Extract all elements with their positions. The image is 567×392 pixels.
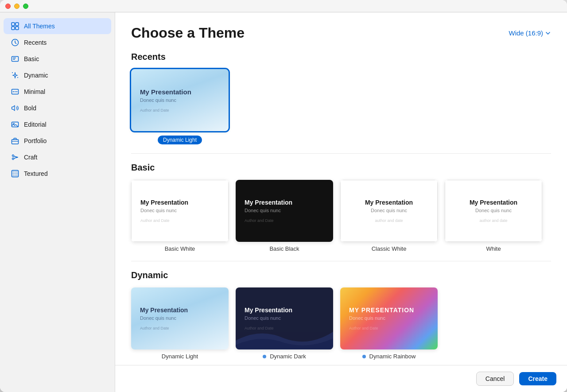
svg-rect-7	[13, 59, 15, 60]
texture-icon	[11, 169, 19, 178]
sparkle-icon	[11, 71, 19, 80]
slide-author: Author and Date	[245, 326, 324, 330]
theme-label: White	[486, 245, 501, 252]
slide-author: Author and Date	[140, 218, 219, 223]
theme-item-dynamic-dark[interactable]: My Presentation Donec quis nunc Author a…	[236, 287, 333, 360]
grid-icon	[11, 22, 19, 31]
sidebar-item-craft[interactable]: Craft	[4, 149, 111, 165]
svg-rect-6	[13, 58, 16, 58]
svg-point-12	[15, 91, 16, 92]
slide-title: My Presentation	[140, 307, 220, 314]
fullscreen-button[interactable]	[23, 4, 28, 9]
svg-rect-2	[12, 27, 15, 30]
slide-subtitle: Donec quis nunc	[475, 208, 512, 213]
svg-rect-5	[12, 57, 19, 62]
theme-label: Basic Black	[269, 245, 299, 252]
theme-label: Dynamic Dark	[263, 353, 306, 360]
sidebar-item-basic[interactable]: Basic	[4, 51, 111, 67]
dot-indicator	[362, 355, 366, 358]
slide-author: Author and Date	[140, 326, 220, 330]
clock-icon	[11, 38, 19, 47]
svg-point-8	[12, 72, 13, 73]
theme-item-dynamic-rainbow[interactable]: MY PRESENTATION Donec quis nunc Author a…	[340, 287, 438, 360]
theme-item-white[interactable]: My Presentation Donec quis nunc author a…	[445, 180, 542, 252]
sidebar-item-minimal[interactable]: Minimal	[4, 84, 111, 100]
slide-title: My Presentation	[140, 199, 219, 206]
theme-item-basic-black[interactable]: My Presentation Donec quis nunc Author a…	[236, 180, 333, 252]
page-title: Choose a Theme	[131, 25, 245, 41]
recents-grid: My Presentation Donec quis nunc Author a…	[131, 69, 551, 144]
theme-thumbnail: My Presentation Donec quis nunc author a…	[340, 180, 438, 242]
sidebar-item-portfolio[interactable]: Portfolio	[4, 133, 111, 149]
slide-title: My Presentation	[245, 199, 324, 206]
theme-item-classic-white[interactable]: My Presentation Donec quis nunc author a…	[340, 180, 438, 252]
sidebar-item-bold[interactable]: Bold	[4, 100, 111, 116]
sidebar-item-label: Craft	[24, 154, 37, 161]
sidebar-item-label: Bold	[24, 105, 36, 112]
basic-grid: My Presentation Donec quis nunc Author a…	[131, 180, 551, 252]
sidebar-item-all-themes[interactable]: All Themes	[4, 18, 111, 34]
close-button[interactable]	[5, 4, 11, 9]
theme-item-basic-white[interactable]: My Presentation Donec quis nunc Author a…	[131, 180, 229, 252]
theme-selected-tag: Dynamic Light	[158, 136, 202, 144]
briefcase-icon	[11, 136, 19, 145]
square-icon	[11, 54, 19, 63]
sidebar-item-textured[interactable]: Textured	[4, 166, 111, 182]
minimize-button[interactable]	[14, 4, 19, 9]
slide-author: Author and Date	[349, 326, 429, 330]
slide-author: Author and Date	[140, 108, 220, 113]
slide-author: author and date	[479, 218, 507, 223]
slide-subtitle: Donec quis nunc	[140, 97, 220, 103]
main-window: All Themes Recents	[0, 0, 567, 392]
slide-title: My Presentation	[365, 199, 413, 206]
svg-rect-0	[12, 23, 15, 26]
theme-scroll-area[interactable]: Recents My Presentation Donec quis nunc …	[115, 48, 567, 365]
svg-point-11	[13, 91, 14, 92]
theme-label: Basic White	[165, 245, 195, 252]
slide-subtitle: Donec quis nunc	[140, 208, 219, 213]
scissors-icon	[11, 153, 19, 162]
divider-2	[131, 261, 551, 261]
titlebar	[0, 0, 567, 12]
aspect-ratio-label: Wide (16:9)	[509, 29, 543, 37]
dynamic-grid: My Presentation Donec quis nunc Author a…	[131, 287, 551, 360]
dot-indicator	[263, 355, 266, 358]
cancel-button[interactable]: Cancel	[476, 372, 514, 386]
theme-item-dynamic-light[interactable]: My Presentation Donec quis nunc Author a…	[131, 287, 229, 360]
footer: Cancel Create	[115, 365, 567, 392]
svg-point-9	[17, 77, 18, 78]
slide-author: author and date	[375, 218, 403, 223]
theme-label: Classic White	[372, 245, 407, 252]
sidebar-item-label: Basic	[24, 55, 39, 62]
aspect-ratio-button[interactable]: Wide (16:9)	[509, 29, 551, 37]
slide-title: My Presentation	[470, 199, 517, 206]
main-header: Choose a Theme Wide (16:9)	[115, 12, 567, 48]
theme-thumbnail-selected: My Presentation Donec quis nunc Author a…	[131, 69, 229, 131]
sidebar-item-recents[interactable]: Recents	[4, 35, 111, 50]
slide-title: My Presentation	[140, 88, 220, 96]
sidebar-item-label: Textured	[24, 170, 48, 177]
slide-title: MY PRESENTATION	[349, 307, 429, 314]
theme-item-recent-dynamic-light[interactable]: My Presentation Donec quis nunc Author a…	[131, 69, 229, 144]
sidebar-item-label: Portfolio	[24, 137, 47, 144]
dots-icon	[11, 87, 19, 96]
slide-subtitle: Donec quis nunc	[140, 315, 220, 321]
svg-rect-1	[16, 23, 19, 26]
theme-thumbnail: My Presentation Donec quis nunc Author a…	[236, 287, 333, 349]
slide-subtitle: Donec quis nunc	[245, 208, 324, 213]
main-panel: Choose a Theme Wide (16:9) Recents	[115, 12, 567, 392]
svg-rect-16	[12, 140, 19, 144]
recents-section-title: Recents	[131, 52, 551, 62]
slide-title: My Presentation	[245, 307, 324, 314]
dynamic-section-title: Dynamic	[131, 270, 551, 280]
divider-1	[131, 153, 551, 154]
theme-label: Dynamic Rainbow	[362, 353, 416, 360]
slide-subtitle: Donec quis nunc	[349, 315, 429, 321]
sidebar-item-dynamic[interactable]: Dynamic	[4, 67, 111, 83]
sidebar-item-label: Editorial	[24, 121, 47, 128]
sidebar-item-editorial[interactable]: Editorial	[4, 116, 111, 132]
sidebar-item-label: Recents	[24, 39, 47, 46]
sidebar-item-label: Dynamic	[24, 72, 48, 79]
slide-author: Author and Date	[245, 218, 324, 223]
create-button[interactable]: Create	[519, 372, 556, 385]
